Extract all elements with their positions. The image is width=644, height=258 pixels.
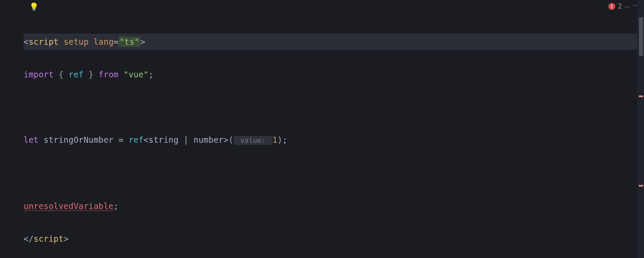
code-line — [24, 99, 644, 115]
error-token: unresolvedVariable — [24, 201, 114, 211]
code-line: unresolvedVariable; — [24, 198, 644, 214]
code-line — [24, 165, 644, 181]
code-line: </script> — [24, 230, 644, 247]
code-block: <script setup lang="ts"> import { ref } … — [24, 17, 644, 258]
code-editor[interactable]: <script setup lang="ts"> import { ref } … — [0, 0, 644, 258]
scrollbar-thumb[interactable] — [639, 17, 643, 56]
code-line: import { ref } from "vue"; — [24, 66, 644, 83]
error-marker[interactable] — [639, 95, 643, 97]
error-marker[interactable] — [639, 185, 643, 187]
code-line: <script setup lang="ts"> — [24, 34, 644, 50]
code-line: let stringOrNumber = ref<string | number… — [24, 132, 644, 149]
inlay-hint: value: — [234, 136, 273, 145]
scrollbar[interactable] — [637, 0, 644, 258]
